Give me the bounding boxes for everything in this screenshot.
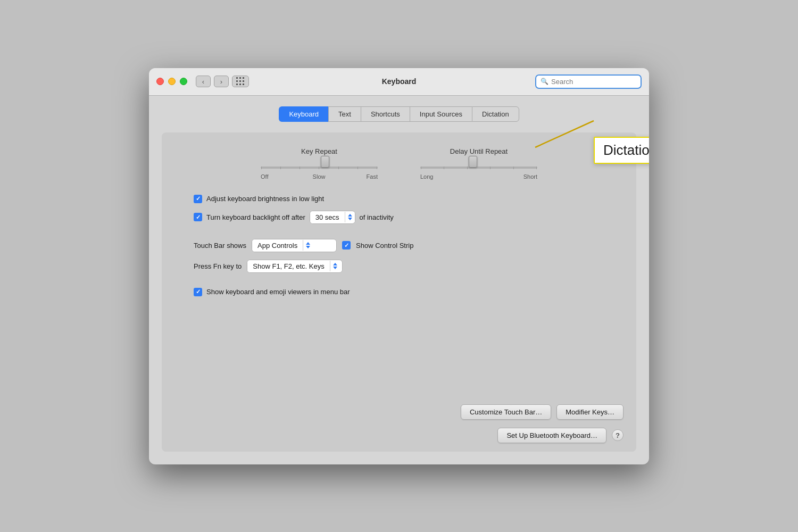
emoji-checkbox[interactable]: ✓ (194, 288, 202, 296)
slider-tick (513, 167, 514, 169)
tab-text[interactable]: Text (328, 106, 361, 122)
slider-tick (300, 167, 300, 169)
emoji-label: Show keyboard and emoji viewers in menu … (206, 288, 350, 296)
slider-tick (261, 167, 262, 169)
fn-key-row: Press Fn key to Show F1, F2, etc. Keys (194, 260, 604, 273)
chevron-up-icon (348, 214, 352, 217)
slider-tick (319, 167, 319, 169)
chevron-down-icon (348, 218, 352, 220)
search-icon: 🔍 (541, 78, 548, 85)
grid-button[interactable] (232, 76, 249, 87)
delay-repeat-track (420, 167, 537, 169)
svg-line-0 (535, 121, 594, 147)
backlight-duration-chevron[interactable] (345, 212, 355, 222)
slider-tick (467, 167, 468, 169)
key-repeat-thumb[interactable] (321, 156, 329, 168)
tab-shortcuts[interactable]: Shortcuts (361, 106, 410, 122)
checkmark-icon: ✓ (196, 195, 201, 202)
keyboard-panel: Dictation Key Repeat (162, 132, 636, 452)
back-button[interactable]: ‹ (196, 76, 211, 87)
grid-icon (236, 77, 245, 86)
brightness-row: ✓ Adjust keyboard brightness in low ligh… (194, 195, 604, 203)
tab-keyboard[interactable]: Keyboard (279, 106, 328, 122)
minimize-button[interactable] (168, 78, 176, 85)
backlight-label: Turn keyboard backlight off after (206, 213, 305, 221)
delay-short-label: Short (523, 173, 537, 180)
traffic-lights (156, 78, 187, 85)
key-repeat-track (261, 167, 378, 169)
key-repeat-off-label: Off (261, 173, 268, 180)
delay-repeat-label: Delay Until Repeat (450, 147, 508, 155)
sliders-container: Key Repeat (194, 147, 604, 180)
backlight-duration-value: 30 secs (310, 211, 345, 223)
checkmark-icon: ✓ (196, 288, 201, 295)
bottom-buttons: Customize Touch Bar… Modifier Keys… (461, 404, 624, 420)
fn-key-value: Show F1, F2, etc. Keys (247, 260, 329, 272)
annotation-label: Dictation (603, 142, 649, 158)
backlight-checkbox[interactable]: ✓ (194, 213, 202, 221)
brightness-label: Adjust keyboard brightness in low light (206, 195, 324, 203)
key-repeat-slow-label: Slow (313, 173, 326, 180)
control-strip-checkbox[interactable]: ✓ (342, 241, 351, 250)
search-input[interactable] (551, 78, 636, 86)
key-repeat-fast-label: Fast (367, 173, 378, 180)
slider-tick (377, 167, 377, 169)
touchbar-dropdown[interactable]: App Controls (252, 239, 337, 252)
touchbar-chevron[interactable] (303, 240, 313, 251)
key-repeat-track-wrapper (261, 161, 378, 171)
key-repeat-label: Key Repeat (301, 147, 337, 155)
chevron-up-icon (306, 242, 310, 245)
delay-repeat-group: Delay Until Repeat (420, 147, 537, 180)
fn-key-label: Press Fn key to (194, 262, 242, 270)
bottom-row: Set Up Bluetooth Keyboard… ? (174, 428, 624, 443)
bluetooth-keyboard-button[interactable]: Set Up Bluetooth Keyboard… (497, 428, 606, 443)
brightness-checkbox[interactable]: ✓ (194, 195, 202, 203)
backlight-suffix: of inactivity (360, 213, 394, 221)
tab-bar: Keyboard Text Shortcuts Input Sources Di… (162, 106, 636, 122)
delay-repeat-thumb[interactable] (469, 156, 477, 168)
chevron-down-icon (333, 267, 337, 269)
key-repeat-labels: Off Slow Fast (261, 173, 378, 180)
content-area: Keyboard Text Shortcuts Input Sources Di… (149, 96, 649, 464)
close-button[interactable] (156, 78, 164, 85)
checkmark-icon: ✓ (196, 214, 201, 221)
main-window: ‹ › Keyboard 🔍 Keyboard Text Shortcuts I… (149, 68, 649, 464)
backlight-duration-dropdown[interactable]: 30 secs (310, 211, 355, 224)
delay-long-label: Long (420, 173, 433, 180)
customize-touchbar-button[interactable]: Customize Touch Bar… (461, 404, 551, 420)
window-title: Keyboard (382, 77, 417, 86)
search-box[interactable]: 🔍 (535, 74, 642, 89)
help-button[interactable]: ? (612, 429, 624, 441)
touchbar-label: Touch Bar shows (194, 242, 246, 250)
tab-dictation[interactable]: Dictation (472, 106, 519, 122)
delay-repeat-track-wrapper (420, 161, 537, 171)
touchbar-row: Touch Bar shows App Controls ✓ Show Cont… (194, 239, 604, 252)
fn-key-dropdown[interactable]: Show F1, F2, etc. Keys (247, 260, 343, 273)
nav-buttons: ‹ › (196, 76, 229, 87)
slider-tick (444, 167, 444, 169)
chevron-up-icon (333, 263, 337, 265)
slider-tick (358, 167, 358, 169)
key-repeat-group: Key Repeat (261, 147, 378, 180)
titlebar: ‹ › Keyboard 🔍 (149, 68, 649, 96)
backlight-row: ✓ Turn keyboard backlight off after 30 s… (194, 211, 604, 224)
slider-tick (490, 167, 491, 169)
chevron-down-icon (306, 246, 310, 248)
maximize-button[interactable] (180, 78, 187, 85)
control-strip-label: Show Control Strip (356, 242, 413, 250)
emoji-row: ✓ Show keyboard and emoji viewers in men… (194, 288, 604, 296)
slider-tick (280, 167, 281, 169)
tab-input-sources[interactable]: Input Sources (410, 106, 472, 122)
checkmark-icon: ✓ (344, 242, 349, 249)
slider-tick (421, 167, 421, 169)
touchbar-value: App Controls (252, 239, 303, 252)
modifier-keys-button[interactable]: Modifier Keys… (556, 404, 624, 420)
slider-tick (338, 167, 339, 169)
delay-repeat-labels: Long Short (420, 173, 537, 180)
forward-button[interactable]: › (214, 76, 229, 87)
slider-tick (536, 167, 537, 169)
fn-key-chevron[interactable] (330, 261, 340, 271)
